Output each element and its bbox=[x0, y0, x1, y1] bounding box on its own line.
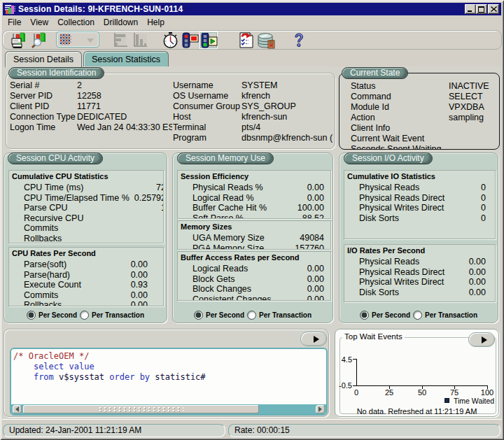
stat-label: Disk Sorts bbox=[359, 288, 399, 297]
stat-row: Logical Reads0.00 bbox=[178, 264, 330, 274]
tab-session-details[interactable]: Session Details bbox=[5, 51, 82, 67]
top-wait-events-title: Top Wait Events bbox=[342, 332, 405, 341]
stat-value: 0.00 bbox=[131, 260, 148, 269]
database-icon[interactable] bbox=[256, 32, 276, 50]
stat-value: 0.00 bbox=[131, 290, 148, 300]
y-axis bbox=[356, 359, 357, 386]
field-value: kfrench-sun bbox=[241, 112, 287, 122]
table-view-icon bbox=[113, 32, 128, 48]
sql-token bbox=[13, 372, 34, 382]
sql-token: select value bbox=[34, 362, 94, 371]
chart-message: No data. Refreshed at 11:21:19 AM bbox=[335, 407, 498, 416]
per-transaction-radio[interactable] bbox=[247, 311, 256, 320]
tab-bar: Session Details Session Statistics bbox=[2, 50, 502, 66]
clock-icon[interactable] bbox=[162, 32, 179, 49]
stop-collection-icon[interactable] bbox=[181, 32, 200, 49]
per-second-radio[interactable] bbox=[360, 311, 369, 320]
session-details-pane: Session Identification Serial # 2 Server… bbox=[2, 66, 502, 419]
stat-row: Physical Writes Direct0.00 bbox=[344, 277, 495, 287]
stat-row: Consistent Changes0.00 bbox=[178, 294, 330, 301]
title-bar: Session Details: 9I-KFRENCH-SUN-0114 bbox=[3, 3, 501, 15]
scroll-left-button[interactable] bbox=[13, 405, 22, 413]
sql-token: from bbox=[34, 372, 54, 382]
toolbar bbox=[2, 30, 502, 50]
stat-row: Commits bbox=[9, 223, 163, 233]
grid-view-combo[interactable] bbox=[56, 31, 99, 48]
stat-label: Soft Parse % bbox=[192, 213, 244, 220]
sql-text-card: /* OracleOEM */ select value from v$syss… bbox=[4, 329, 329, 417]
sql-report-icon[interactable] bbox=[238, 32, 257, 48]
menu-drilldown[interactable]: Drilldown bbox=[103, 17, 139, 28]
field-label: Host bbox=[173, 112, 191, 122]
stat-label: Rollbacks bbox=[24, 234, 62, 243]
chart-expand-button[interactable] bbox=[468, 332, 495, 347]
session-io-activity-group: Session I/O Activity Cumulative IO Stati… bbox=[339, 152, 498, 323]
field-value: 11771 bbox=[77, 101, 101, 111]
preview-report-icon[interactable] bbox=[31, 32, 48, 49]
app-icon bbox=[4, 3, 15, 15]
scrollbar-thumb[interactable] bbox=[23, 405, 259, 413]
per-second-radio[interactable] bbox=[27, 311, 36, 320]
field-label: OS Username bbox=[173, 91, 228, 101]
stat-value: 100.00 bbox=[298, 203, 324, 213]
stat-row: Physical Reads Direct0 bbox=[344, 193, 495, 203]
per-transaction-radio[interactable] bbox=[80, 311, 89, 320]
close-button[interactable] bbox=[488, 4, 499, 14]
scroll-right-button[interactable] bbox=[316, 405, 325, 413]
tab-session-statistics[interactable]: Session Statistics bbox=[83, 51, 169, 66]
stat-value: 0 bbox=[481, 203, 486, 213]
sql-line: /* OracleOEM */ bbox=[13, 351, 89, 361]
session-memory-use-group: Session Memory Use Session Efficiency Ph… bbox=[172, 152, 333, 323]
help-icon[interactable] bbox=[293, 33, 305, 48]
start-collection-button[interactable] bbox=[200, 31, 218, 49]
field-label: Terminal bbox=[173, 122, 206, 132]
field-value: SELECT bbox=[449, 92, 483, 101]
session-io-activity-pill: Session I/O Activity bbox=[344, 152, 433, 164]
scroll-left-icon bbox=[15, 406, 19, 412]
memory-sizes-section: Memory Sizes UGA Memory Size49084 PGA Me… bbox=[177, 220, 331, 250]
stat-label: Disk Sorts bbox=[359, 213, 399, 223]
field-label: Client PID bbox=[10, 101, 49, 111]
stat-value: 0.00 bbox=[469, 267, 486, 277]
menu-collection[interactable]: Collection bbox=[57, 17, 95, 28]
sql-expand-button[interactable] bbox=[300, 332, 327, 346]
cpu-rates-per-second-section: CPU Rates Per Second Parse(soft)0.00 Par… bbox=[8, 247, 164, 306]
stat-value: 0 bbox=[481, 183, 486, 192]
stat-label: Commits bbox=[24, 290, 58, 300]
stat-label: Parse(hard) bbox=[24, 270, 70, 280]
section-title: Memory Sizes bbox=[181, 222, 232, 231]
tab-session-details-label: Session Details bbox=[13, 55, 74, 64]
session-memory-use-pill: Session Memory Use bbox=[177, 152, 274, 164]
minimize-button[interactable] bbox=[465, 4, 476, 14]
grid-view-icon bbox=[59, 34, 71, 45]
stat-row: Physical Reads %0.00 bbox=[178, 183, 330, 192]
x-tick-label: 100 bbox=[477, 388, 498, 397]
sql-text-area[interactable]: /* OracleOEM */ select value from v$syss… bbox=[10, 348, 328, 416]
menu-file[interactable]: File bbox=[7, 17, 22, 28]
stat-label: Physical Reads bbox=[359, 183, 419, 192]
start-collection-icon bbox=[201, 33, 218, 48]
field-label: Client Info bbox=[351, 123, 390, 133]
menu-view[interactable]: View bbox=[29, 17, 49, 28]
sql-horizontal-scrollbar[interactable] bbox=[11, 404, 326, 414]
field-label: Consumer Group bbox=[173, 101, 240, 111]
thumb-grip bbox=[99, 407, 183, 413]
print-report-icon[interactable] bbox=[10, 32, 27, 49]
menu-help[interactable]: Help bbox=[146, 17, 165, 28]
per-second-radio[interactable] bbox=[194, 311, 203, 320]
stat-row: CPU Time/Elapsed Time %0.25792 bbox=[9, 193, 163, 203]
stat-value: 0.00 bbox=[307, 284, 324, 294]
stat-value: 0.00 bbox=[307, 274, 324, 284]
stat-value: 0.00 bbox=[307, 193, 324, 203]
stat-value: 0 bbox=[481, 193, 486, 203]
sql-line: select value bbox=[13, 362, 94, 371]
stat-label: CPU Time (ms) bbox=[24, 183, 83, 192]
maximize-icon bbox=[478, 6, 485, 13]
stat-row: Commits0.00 bbox=[9, 290, 163, 300]
maximize-button[interactable] bbox=[476, 4, 487, 14]
x-tick-label: 75 bbox=[444, 388, 465, 397]
buffer-access-rates-section: Buffer Access Rates per Second Logical R… bbox=[177, 251, 331, 301]
per-transaction-radio[interactable] bbox=[413, 311, 422, 320]
cpu-rate-mode-radios: Per Second Per Transaction bbox=[4, 310, 167, 320]
y-tick bbox=[353, 385, 356, 386]
